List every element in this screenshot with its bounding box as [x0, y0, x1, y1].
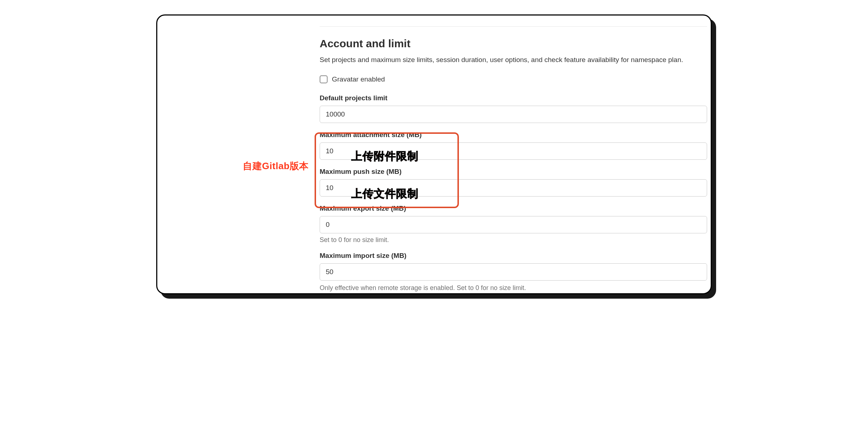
max-import-size-group: Maximum import size (MB): [320, 252, 707, 281]
section-title: Account and limit: [320, 38, 707, 50]
gravatar-row: Gravatar enabled: [320, 75, 707, 83]
max-import-size-label: Maximum import size (MB): [320, 252, 707, 260]
settings-panel: Account and limit Set projects and maxim…: [320, 26, 711, 293]
screenshot-frame: 自建Gitlab版本 Account and limit Set project…: [156, 14, 712, 294]
side-annotation: 自建Gitlab版本: [157, 26, 320, 172]
max-attachment-size-input[interactable]: [320, 142, 707, 160]
gravatar-checkbox[interactable]: [320, 75, 328, 83]
max-push-size-label: Maximum push size (MB): [320, 168, 707, 176]
gravatar-label: Gravatar enabled: [332, 75, 385, 83]
section-description: Set projects and maximum size limits, se…: [320, 55, 707, 65]
max-import-size-input[interactable]: [320, 263, 707, 281]
max-export-size-input[interactable]: [320, 216, 707, 233]
max-import-size-help: Only effective when remote storage is en…: [320, 284, 707, 293]
max-export-size-group: Maximum export size (MB) Set to 0 for no…: [320, 205, 707, 244]
default-projects-limit-input[interactable]: [320, 106, 707, 123]
max-push-size-input[interactable]: [320, 179, 707, 197]
default-projects-limit-group: Default projects limit: [320, 94, 707, 123]
max-export-size-label: Maximum export size (MB): [320, 205, 707, 212]
max-export-size-help: Set to 0 for no size limit.: [320, 236, 707, 244]
max-push-size-group: Maximum push size (MB): [320, 168, 707, 197]
divider: [320, 26, 707, 27]
side-annotation-text: 自建Gitlab版本: [243, 161, 309, 171]
max-attachment-size-group: Maximum attachment size (MB): [320, 131, 707, 160]
max-attachment-size-label: Maximum attachment size (MB): [320, 131, 707, 139]
content-row: 自建Gitlab版本 Account and limit Set project…: [157, 26, 711, 293]
default-projects-limit-label: Default projects limit: [320, 94, 707, 102]
